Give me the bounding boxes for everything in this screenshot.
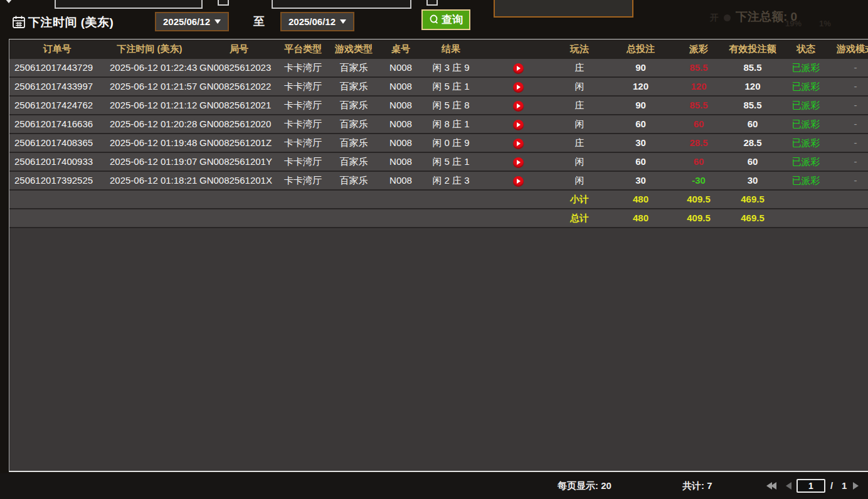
cell-valid-bet: 120 bbox=[724, 78, 781, 95]
cell-game-mode: - bbox=[830, 134, 868, 152]
cell-game-mode: - bbox=[830, 115, 868, 133]
cell-result: 闲 5 庄 1 bbox=[416, 153, 485, 171]
header-status: 状态 bbox=[781, 43, 830, 55]
subtotal-total-bet: 480 bbox=[608, 191, 674, 208]
query-button[interactable]: 查询 bbox=[421, 9, 470, 30]
cell-play-method: 庄 bbox=[551, 134, 608, 152]
cell-valid-bet: 60 bbox=[724, 115, 781, 133]
cell-bet-time: 2025-06-12 01:18:21 bbox=[105, 172, 194, 189]
play-video-button[interactable] bbox=[513, 157, 524, 168]
play-video-button[interactable] bbox=[513, 101, 524, 112]
cell-game-type: 百家乐 bbox=[322, 78, 385, 95]
play-icon bbox=[517, 122, 521, 127]
filter-bar: 全部 ▾ 开下注总额: 0 19%1% 下注时间 (美东) 2025/06/12… bbox=[0, 0, 868, 39]
cell-order-number: 250612017416636 bbox=[9, 115, 105, 133]
header-bet-time: 下注时间 (美东) bbox=[105, 43, 194, 55]
cell-game-type: 百家乐 bbox=[322, 59, 385, 76]
cell-bet-time: 2025-06-12 01:22:43 bbox=[105, 59, 194, 76]
calendar-icon bbox=[12, 15, 26, 29]
first-page-icon[interactable] bbox=[771, 482, 776, 490]
cell-play-method: 闲 bbox=[551, 153, 608, 171]
cell-game-mode: - bbox=[830, 172, 868, 189]
cell-round-number: GN00825612020 bbox=[194, 115, 283, 133]
cell-status: 已派彩 bbox=[781, 59, 830, 76]
cell-total-bet: 90 bbox=[608, 97, 674, 114]
cell-valid-bet: 30 bbox=[724, 172, 781, 189]
next-page-icon[interactable] bbox=[853, 482, 859, 490]
table-row: 250612017443729 2025-06-12 01:22:43 GN00… bbox=[9, 59, 868, 78]
per-page-label: 每页显示: 20 bbox=[558, 480, 611, 492]
cell-platform: 卡卡湾厅 bbox=[283, 153, 322, 171]
cell-round-number: GN0082561201Y bbox=[194, 153, 283, 171]
grand-total-label: 总计 bbox=[551, 209, 608, 227]
grand-total-total-bet: 480 bbox=[608, 209, 674, 227]
cell-table-number: N008 bbox=[385, 153, 416, 171]
date-from-value: 2025/06/12 bbox=[163, 16, 210, 27]
header-valid-bet: 有效投注额 bbox=[724, 43, 781, 55]
cell-order-number: 250612017408365 bbox=[9, 134, 105, 152]
subtotal-payout: 409.5 bbox=[674, 191, 724, 208]
cell-bet-time: 2025-06-12 01:20:28 bbox=[105, 115, 194, 133]
cell-round-number: GN00825612021 bbox=[194, 97, 283, 114]
play-video-button[interactable] bbox=[513, 63, 524, 74]
cell-total-bet: 30 bbox=[608, 172, 674, 189]
play-icon bbox=[517, 179, 521, 184]
play-video-button[interactable] bbox=[513, 82, 524, 93]
cell-platform: 卡卡湾厅 bbox=[283, 115, 322, 133]
header-order: 订单号 bbox=[9, 43, 105, 55]
grand-total-row: 总计 480 409.5 469.5 bbox=[9, 209, 868, 228]
table-row: 250612017433997 2025-06-12 01:21:57 GN00… bbox=[9, 78, 868, 97]
subtotal-valid-bet: 469.5 bbox=[724, 191, 781, 208]
header-result: 结果 bbox=[416, 43, 485, 55]
date-from-picker[interactable]: 2025/06/12 bbox=[155, 12, 229, 31]
table-row: 250612017424762 2025-06-12 01:21:12 GN00… bbox=[9, 97, 868, 115]
play-video-button[interactable] bbox=[513, 139, 524, 149]
play-video-button[interactable] bbox=[513, 120, 524, 130]
cell-payout: 60 bbox=[674, 153, 724, 171]
table-row: 250612017400933 2025-06-12 01:19:07 GN00… bbox=[9, 153, 868, 172]
cell-valid-bet: 60 bbox=[724, 153, 781, 171]
cell-game-mode: - bbox=[830, 153, 868, 171]
previous-page-icon[interactable] bbox=[786, 482, 791, 490]
subtotal-row: 小计 480 409.5 469.5 bbox=[9, 191, 868, 209]
cell-round-number: GN00825612023 bbox=[194, 59, 283, 76]
cell-round-number: GN00825612022 bbox=[194, 78, 283, 95]
cell-result: 闲 0 庄 9 bbox=[416, 134, 485, 152]
cell-payout: 60 bbox=[674, 115, 724, 133]
cell-platform: 卡卡湾厅 bbox=[283, 97, 322, 114]
pagination-bar: 每页显示: 20 共计: 7 / 1 bbox=[0, 473, 868, 499]
page-number-input[interactable] bbox=[797, 479, 825, 493]
play-icon bbox=[517, 160, 521, 165]
cell-total-bet: 60 bbox=[608, 115, 674, 133]
cell-valid-bet: 85.5 bbox=[724, 59, 781, 76]
header-round: 局号 bbox=[194, 43, 283, 55]
bet-time-label: 下注时间 (美东) bbox=[28, 14, 114, 31]
cell-bet-time: 2025-06-12 01:21:57 bbox=[105, 78, 194, 95]
header-game-mode: 游戏模式 bbox=[830, 43, 868, 55]
play-video-button[interactable] bbox=[513, 176, 524, 187]
cell-table-number: N008 bbox=[385, 59, 416, 76]
page-max-label: 1 bbox=[842, 480, 847, 491]
cell-result: 闲 5 庄 1 bbox=[416, 78, 485, 95]
cell-status: 已派彩 bbox=[781, 153, 830, 171]
cell-play-method: 庄 bbox=[551, 97, 608, 114]
date-to-value: 2025/06/12 bbox=[288, 16, 336, 27]
date-to-picker[interactable]: 2025/06/12 bbox=[280, 12, 354, 31]
table-row: 250612017408365 2025-06-12 01:19:48 GN00… bbox=[9, 134, 868, 153]
cell-result: 闲 2 庄 3 bbox=[416, 172, 485, 189]
play-icon bbox=[517, 85, 521, 90]
cell-play-method: 闲 bbox=[551, 172, 608, 189]
cell-game-type: 百家乐 bbox=[322, 115, 385, 133]
table-row: 250612017416636 2025-06-12 01:20:28 GN00… bbox=[9, 115, 868, 134]
cell-table-number: N008 bbox=[385, 172, 416, 189]
cell-order-number: 250612017443729 bbox=[9, 59, 105, 76]
cell-bet-time: 2025-06-12 01:19:48 bbox=[105, 134, 194, 152]
cell-game-mode: - bbox=[830, 97, 868, 114]
cell-status: 已派彩 bbox=[781, 97, 830, 114]
cell-result: 闲 5 庄 8 bbox=[416, 97, 485, 114]
cell-bet-time: 2025-06-12 01:21:12 bbox=[105, 97, 194, 114]
chevron-down-icon bbox=[214, 19, 221, 24]
cell-game-type: 百家乐 bbox=[322, 97, 385, 114]
cell-play-method: 闲 bbox=[551, 115, 608, 133]
cell-valid-bet: 85.5 bbox=[724, 97, 781, 114]
